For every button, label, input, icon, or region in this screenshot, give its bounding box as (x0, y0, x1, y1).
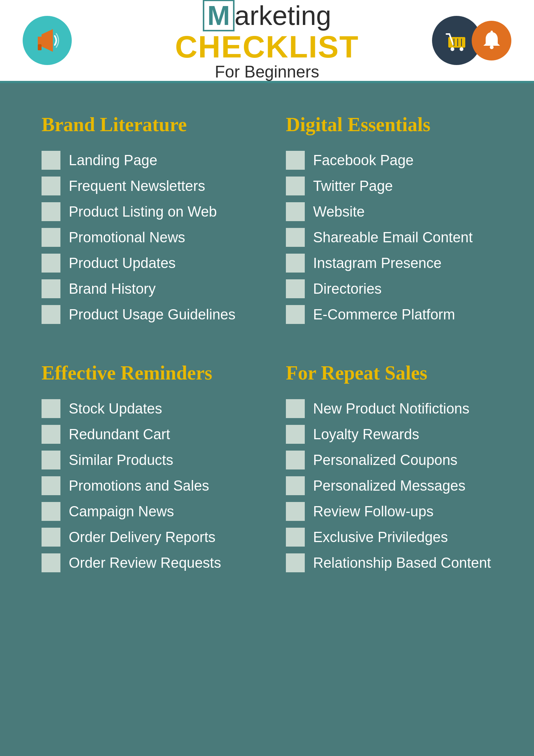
checkbox[interactable] (286, 451, 305, 469)
title-block: Marketing CHECKLIST For Beginners (175, 0, 359, 81)
title-marketing: Marketing (175, 0, 359, 31)
checkbox[interactable] (42, 202, 60, 221)
section-for-repeat-sales: For Repeat Sales New Product Notifiction… (275, 354, 504, 580)
checklist-label: Order Delivery Reports (69, 529, 216, 545)
checkbox[interactable] (42, 553, 60, 572)
checklist-label: E-Commerce Platform (313, 307, 455, 323)
list-item[interactable]: Directories (286, 279, 492, 298)
checklist-brand-literature: Landing Page Frequent Newsletters Produc… (42, 151, 248, 324)
list-item[interactable]: E-Commerce Platform (286, 305, 492, 324)
list-item[interactable]: Facebook Page (286, 151, 492, 170)
section-title-digital-essentials: Digital Essentials (286, 113, 492, 136)
title-beginners: For Beginners (175, 62, 359, 81)
m-letter: M (203, 0, 235, 31)
checkbox[interactable] (286, 553, 305, 572)
section-title-for-repeat-sales: For Repeat Sales (286, 362, 492, 384)
checkbox[interactable] (286, 502, 305, 521)
checkbox[interactable] (42, 451, 60, 469)
list-item[interactable]: Relationship Based Content (286, 553, 492, 572)
list-item[interactable]: Stock Updates (42, 399, 248, 418)
section-effective-reminders: Effective Reminders Stock Updates Redund… (30, 354, 259, 580)
checklist-label: New Product Notifictions (313, 401, 469, 417)
bell-icon (472, 21, 511, 60)
checklist-label: Instagram Presence (313, 255, 441, 271)
checklist-label: Personalized Coupons (313, 452, 457, 468)
list-item[interactable]: Promotional News (42, 228, 248, 247)
list-item[interactable]: Order Review Requests (42, 553, 248, 572)
svg-point-4 (451, 47, 454, 51)
checkbox[interactable] (42, 151, 60, 170)
checkbox[interactable] (42, 279, 60, 298)
list-item[interactable]: Personalized Coupons (286, 451, 492, 469)
checkbox[interactable] (286, 528, 305, 547)
checklist-label: Website (313, 204, 365, 220)
checklist-label: Landing Page (69, 152, 157, 169)
list-item[interactable]: Landing Page (42, 151, 248, 170)
checklist-label: Relationship Based Content (313, 555, 491, 571)
list-item[interactable]: Instagram Presence (286, 254, 492, 273)
list-item[interactable]: Exclusive Priviledges (286, 528, 492, 547)
list-item[interactable]: Similar Products (42, 451, 248, 469)
checkbox[interactable] (286, 177, 305, 195)
svg-marker-1 (42, 29, 53, 52)
list-item[interactable]: Product Usage Guidelines (42, 305, 248, 324)
title-checklist: CHECKLIST (175, 31, 359, 62)
svg-marker-0 (38, 37, 42, 44)
svg-rect-2 (38, 44, 42, 50)
list-item[interactable]: Campaign News (42, 502, 248, 521)
checkbox[interactable] (286, 202, 305, 221)
checkbox[interactable] (286, 228, 305, 247)
checklist-label: Order Review Requests (69, 555, 221, 571)
list-item[interactable]: Product Updates (42, 254, 248, 273)
list-item[interactable]: New Product Notifictions (286, 399, 492, 418)
checklist-label: Redundant Cart (69, 426, 170, 443)
checkbox[interactable] (286, 254, 305, 273)
section-title-brand-literature: Brand Literature (42, 113, 248, 136)
list-item[interactable]: Website (286, 202, 492, 221)
list-item[interactable]: Brand History (42, 279, 248, 298)
list-item[interactable]: Review Follow-ups (286, 502, 492, 521)
list-item[interactable]: Promotions and Sales (42, 476, 248, 495)
checklist-label: Product Usage Guidelines (69, 307, 235, 323)
checklist-label: Product Listing on Web (69, 204, 217, 220)
checklist-for-repeat-sales: New Product Notifictions Loyalty Rewards… (286, 399, 492, 572)
checkbox[interactable] (42, 177, 60, 195)
checkbox[interactable] (286, 476, 305, 495)
list-item[interactable]: Redundant Cart (42, 425, 248, 444)
checkbox[interactable] (42, 476, 60, 495)
checklist-label: Directories (313, 281, 382, 297)
section-digital-essentials: Digital Essentials Facebook Page Twitter… (275, 106, 504, 332)
checklist-label: Personalized Messages (313, 478, 465, 494)
list-item[interactable]: Order Delivery Reports (42, 528, 248, 547)
checklist-digital-essentials: Facebook Page Twitter Page Website Share… (286, 151, 492, 324)
checklist-label: Review Follow-ups (313, 503, 434, 520)
checkbox[interactable] (42, 254, 60, 273)
checklist-label: Stock Updates (69, 401, 162, 417)
megaphone-icon (23, 16, 72, 65)
list-item[interactable]: Product Listing on Web (42, 202, 248, 221)
checklist-label: Loyalty Rewards (313, 426, 419, 443)
list-item[interactable]: Personalized Messages (286, 476, 492, 495)
checkbox[interactable] (42, 305, 60, 324)
svg-point-5 (460, 47, 463, 51)
checkbox[interactable] (42, 502, 60, 521)
checkbox[interactable] (286, 305, 305, 324)
checkbox[interactable] (286, 151, 305, 170)
list-item[interactable]: Frequent Newsletters (42, 177, 248, 195)
list-item[interactable]: Loyalty Rewards (286, 425, 492, 444)
checkbox[interactable] (286, 425, 305, 444)
checkbox[interactable] (286, 279, 305, 298)
page-header: Marketing CHECKLIST For Beginners (0, 0, 534, 83)
checklist-label: Facebook Page (313, 152, 414, 169)
checkbox[interactable] (42, 399, 60, 418)
checkbox[interactable] (42, 228, 60, 247)
header-right-icons (432, 16, 511, 65)
checklist-effective-reminders: Stock Updates Redundant Cart Similar Pro… (42, 399, 248, 572)
checkbox[interactable] (286, 399, 305, 418)
section-title-effective-reminders: Effective Reminders (42, 362, 248, 384)
checkbox[interactable] (42, 528, 60, 547)
checklist-label: Shareable Email Content (313, 229, 472, 246)
list-item[interactable]: Twitter Page (286, 177, 492, 195)
list-item[interactable]: Shareable Email Content (286, 228, 492, 247)
checkbox[interactable] (42, 425, 60, 444)
